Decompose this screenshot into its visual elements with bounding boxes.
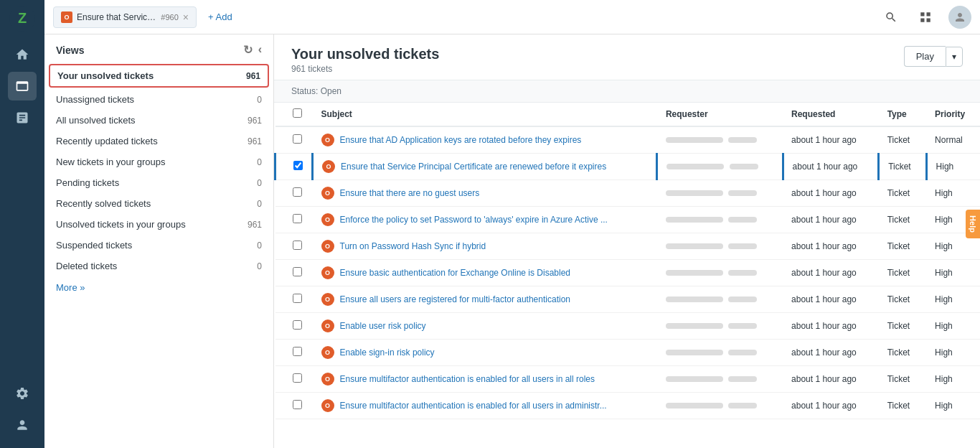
table-row[interactable]: O Enable user risk policy about 1 hour a… (275, 313, 981, 340)
requester-lastname (728, 376, 757, 382)
row-checkbox[interactable] (293, 214, 302, 223)
requested-cell: about 1 hour ago (783, 260, 879, 286)
table-row[interactable]: O Ensure multifactor authentication is e… (275, 393, 981, 419)
sidebar-item-label: New tickets in your groups (56, 157, 165, 167)
ticket-subject[interactable]: Ensure basic authentication for Exchange… (340, 268, 571, 278)
subject-content: O Ensure that AD Application keys are ro… (321, 134, 649, 146)
nav-reports-icon[interactable] (8, 103, 37, 132)
requester-name (666, 217, 723, 223)
add-button[interactable]: + Add (202, 9, 238, 25)
type-header[interactable]: Type (879, 103, 926, 126)
ticket-subject[interactable]: Enable user risk policy (340, 321, 426, 331)
sidebar-item-unsolved-groups[interactable]: Unsolved tickets in your groups 961 (44, 214, 273, 235)
sidebar-item-recently-updated[interactable]: Recently updated tickets 961 (44, 131, 273, 151)
table-row[interactable]: O Ensure basic authentication for Exchan… (275, 260, 981, 286)
subject-cell: O Ensure that there are no guest users (313, 180, 657, 207)
svg-text:Z: Z (18, 10, 27, 26)
subject-header[interactable]: Subject (313, 103, 657, 126)
row-checkbox-cell[interactable] (275, 393, 313, 419)
ticket-subject[interactable]: Ensure that there are no guest users (340, 188, 480, 198)
sidebar-item-count: 961 (246, 71, 260, 81)
table-row[interactable]: O Ensure that Service Principal Certific… (275, 154, 981, 180)
row-checkbox[interactable] (293, 161, 303, 170)
tab-close-button[interactable]: × (183, 11, 189, 23)
sidebar-item-unassigned[interactable]: Unassigned tickets 0 (44, 89, 273, 110)
sidebar-refresh-icon[interactable]: ↻ (243, 43, 253, 57)
sidebar-item-label: Unsolved tickets in your groups (56, 219, 186, 230)
play-dropdown-button[interactable]: ▾ (946, 47, 963, 67)
nav-tickets-icon[interactable] (8, 72, 37, 101)
row-checkbox-cell[interactable] (275, 286, 313, 313)
more-link[interactable]: More » (44, 276, 273, 299)
row-checkbox-cell[interactable] (275, 366, 313, 393)
ticket-subject[interactable]: Ensure multifactor authentication is ena… (340, 401, 607, 411)
priority-cell: Normal (926, 126, 980, 154)
row-checkbox-cell[interactable] (275, 154, 313, 180)
row-checkbox[interactable] (293, 187, 302, 197)
row-checkbox[interactable] (293, 320, 302, 330)
nav-settings-icon[interactable] (8, 379, 37, 408)
table-row[interactable]: O Ensure that there are no guest users a… (275, 180, 981, 207)
type-cell: Ticket (879, 340, 926, 366)
requested-cell: about 1 hour ago (783, 313, 879, 340)
subject-cell: O Ensure multifactor authentication is e… (313, 393, 657, 419)
row-checkbox-cell[interactable] (275, 180, 313, 207)
active-tab[interactable]: O Ensure that Service Principal ... #960… (53, 6, 197, 28)
select-all-checkbox[interactable] (293, 108, 302, 118)
row-checkbox-cell[interactable] (275, 340, 313, 366)
main-container: O Ensure that Service Principal ... #960… (44, 0, 980, 448)
row-checkbox[interactable] (293, 267, 302, 276)
row-checkbox-cell[interactable] (275, 260, 313, 286)
sidebar-collapse-icon[interactable]: ‹ (258, 43, 262, 57)
requester-name (666, 164, 724, 169)
sidebar-item-your-unsolved[interactable]: Your unsolved tickets 961 (49, 64, 269, 88)
ticket-open-icon: O (321, 399, 334, 412)
table-row[interactable]: O Turn on Password Hash Sync if hybrid a… (275, 233, 981, 260)
grid-icon[interactable] (914, 6, 937, 29)
type-cell: Ticket (879, 366, 926, 393)
sidebar-item-recently-solved[interactable]: Recently solved tickets 0 (44, 193, 273, 214)
row-checkbox[interactable] (293, 241, 302, 250)
row-checkbox-cell[interactable] (275, 207, 313, 233)
sidebar-item-new-in-groups[interactable]: New tickets in your groups 0 (44, 151, 273, 172)
table-row[interactable]: O Ensure all users are registered for mu… (275, 286, 981, 313)
requested-header[interactable]: Requested (783, 103, 879, 126)
row-checkbox-cell[interactable] (275, 126, 313, 154)
requester-lastname (728, 190, 757, 196)
ticket-subject[interactable]: Enforce the policy to set Password to 'a… (340, 215, 608, 225)
table-row[interactable]: O Enforce the policy to set Password to … (275, 207, 981, 233)
row-checkbox-cell[interactable] (275, 313, 313, 340)
nav-home-icon[interactable] (8, 40, 37, 69)
priority-header[interactable]: Priority (926, 103, 980, 126)
help-badge[interactable]: Help (966, 210, 980, 238)
requester-name (666, 350, 723, 355)
user-avatar[interactable] (948, 6, 971, 29)
select-all-header[interactable] (275, 103, 313, 126)
row-checkbox[interactable] (293, 294, 302, 303)
ticket-subject[interactable]: Ensure that AD Application keys are rota… (340, 135, 582, 145)
ticket-subject[interactable]: Ensure multifactor authentication is ena… (340, 374, 595, 384)
ticket-subject[interactable]: Turn on Password Hash Sync if hybrid (340, 241, 486, 251)
row-checkbox-cell[interactable] (275, 233, 313, 260)
sidebar-item-pending[interactable]: Pending tickets 0 (44, 172, 273, 193)
table-row[interactable]: O Ensure multifactor authentication is e… (275, 366, 981, 393)
nav-user-icon[interactable] (8, 411, 37, 439)
sidebar-item-all-unsolved[interactable]: All unsolved tickets 961 (44, 110, 273, 131)
row-checkbox[interactable] (293, 400, 302, 409)
main-title-group: Your unsolved tickets 961 tickets (291, 46, 439, 74)
ticket-subject[interactable]: Ensure that Service Principal Certificat… (341, 162, 606, 172)
row-checkbox[interactable] (293, 373, 302, 383)
table-row[interactable]: O Ensure that AD Application keys are ro… (275, 126, 981, 154)
requester-header[interactable]: Requester (657, 103, 783, 126)
ticket-subject[interactable]: Enable sign-in risk policy (340, 347, 435, 358)
search-icon[interactable] (880, 6, 903, 29)
row-checkbox[interactable] (293, 347, 302, 356)
table-row[interactable]: O Enable sign-in risk policy about 1 hou… (275, 340, 981, 366)
play-button[interactable]: Play (904, 46, 946, 67)
sidebar-item-suspended[interactable]: Suspended tickets 0 (44, 235, 273, 256)
app-logo[interactable]: Z (9, 6, 35, 32)
subject-cell: O Enable sign-in risk policy (313, 340, 657, 366)
ticket-subject[interactable]: Ensure all users are registered for mult… (340, 294, 571, 304)
row-checkbox[interactable] (293, 134, 302, 144)
sidebar-item-deleted[interactable]: Deleted tickets 0 (44, 256, 273, 276)
